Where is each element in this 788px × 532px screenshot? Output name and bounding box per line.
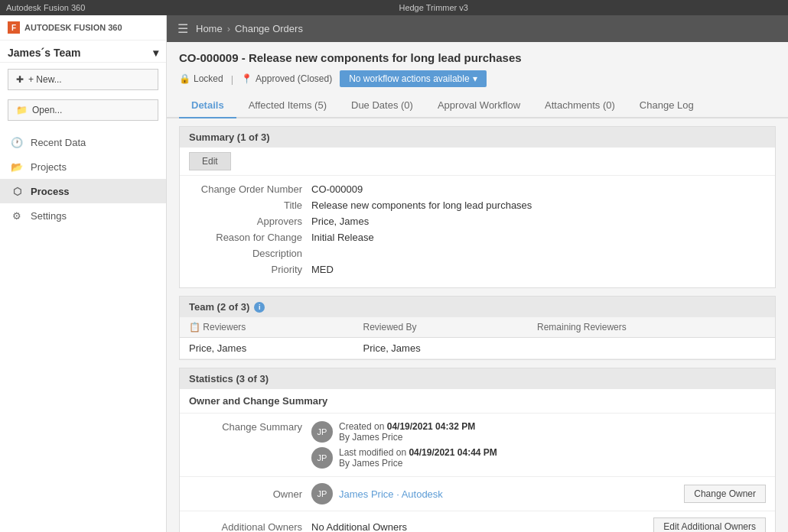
cell-remaining [528,338,775,359]
cs-modified-by-label: By [339,458,350,469]
summary-header: Summary (1 of 3) [180,127,775,148]
window-title: Hedge Trimmer v3 [85,3,782,12]
table-icon: 📋 [189,322,200,332]
pin-icon: 📍 [241,73,252,84]
field-row-reason: Reason for Change Initial Release [189,232,766,243]
nav-label-projects: Projects [31,161,67,173]
tab-details[interactable]: Details [179,93,236,118]
nav-label-recent: Recent Data [31,137,86,148]
team-name: James´s Team [8,47,80,59]
cs-entry-modified: JP Last modified on 04/19/2021 04:44 PM … [311,447,497,469]
tab-attachments[interactable]: Attachments (0) [532,93,627,118]
additional-owners-row: Additional Owners No Additional Owners E… [180,511,775,532]
tab-approval-workflow[interactable]: Approval Workflow [425,93,532,118]
field-value-co-number: CO-000009 [311,183,363,195]
table-row: Price, James Price, James [180,338,775,359]
additional-owners-info: No Additional Owners [311,521,653,533]
field-row-co-number: Change Order Number CO-000009 [189,183,766,195]
owner-avatar: JP [311,483,333,504]
nav-label-process: Process [31,186,70,197]
cs-created-date: 04/19/2021 04:32 PM [387,421,475,432]
workflow-button[interactable]: No workflow actions available ▾ [340,70,486,87]
team-title: Team (2 of 3) [189,301,249,313]
home-link[interactable]: Home [196,23,223,34]
change-owner-button[interactable]: Change Owner [684,485,766,503]
field-row-approvers: Approvers Price, James [189,216,766,227]
owner-row: Owner JP James Price · Autodesk Change O… [180,477,775,511]
field-label-description: Description [189,248,311,259]
team-selector[interactable]: James´s Team ▾ [0,41,166,63]
sidebar-logo: F AUTODESK FUSION 360 [8,21,122,34]
field-label-title: Title [189,200,311,211]
top-nav: ☰ Home › Change Orders [167,15,788,42]
field-value-priority: MED [311,264,334,275]
sidebar-item-process[interactable]: ⬡ Process [0,179,166,203]
new-button[interactable]: ✚ + New... [8,69,158,90]
change-summary-area: Change Summary JP Created on 04/19/2021 … [180,414,775,477]
sidebar-item-projects[interactable]: 📂 Projects [0,154,166,179]
sidebar-nav: 🕐 Recent Data 📂 Projects ⬡ Process ⚙ Set… [0,124,166,532]
cs-modified-prefix: Last modified on [339,447,406,458]
change-summary-label: Change Summary [189,421,311,469]
breadcrumb-sep: › [227,23,230,34]
cell-reviewer: Price, James [180,338,354,359]
status-label: Approved (Closed) [256,73,332,84]
col-reviewed-by: Reviewed By [354,317,529,338]
info-icon: i [254,302,265,313]
lock-label: Locked [194,73,223,84]
edit-additional-owners-label: Edit Additional Owners [663,521,756,532]
edit-button[interactable]: Edit [189,152,231,170]
process-icon: ⬡ [11,185,23,197]
cs-created-prefix: Created on [339,421,384,432]
logo-text: AUTODESK FUSION 360 [24,23,122,32]
summary-title: Summary (1 of 3) [189,131,269,143]
cs-text-modified: Last modified on 04/19/2021 04:44 PM By … [339,447,497,469]
sidebar-item-recent-data[interactable]: 🕐 Recent Data [0,130,166,154]
cs-modified-date: 04/19/2021 04:44 PM [409,447,497,458]
divider: | [231,73,233,85]
open-button[interactable]: 📁 Open... [8,99,158,121]
page-meta: 🔒 Locked | 📍 Approved (Closed) No workfl… [179,70,776,87]
chevron-down-icon: ▾ [153,47,158,59]
logo-box: F [8,21,20,34]
plus-icon: ✚ [16,74,24,85]
team-card: Team (2 of 3) i 📋 Reviewers Reviewed By [179,296,776,360]
edit-additional-owners-button[interactable]: Edit Additional Owners [653,517,766,532]
cell-reviewed-by: Price, James [354,338,529,359]
edit-btn-area: Edit [180,148,775,176]
chevron-icon: ▾ [473,73,477,84]
tab-change-log[interactable]: Change Log [627,93,706,118]
statistics-title: Statistics (3 of 3) [189,373,269,384]
lock-badge: 🔒 Locked [179,73,223,84]
tab-due-dates[interactable]: Due Dates (0) [339,93,425,118]
cs-created-by-label: By [339,432,350,443]
field-row-description: Description [189,248,766,259]
change-orders-link[interactable]: Change Orders [235,23,303,34]
clock-icon: 🕐 [11,136,23,148]
sidebar-header: F AUTODESK FUSION 360 [0,15,166,41]
owner-summary-title: Owner and Change Summary [189,395,327,407]
breadcrumb: Home › Change Orders [196,23,303,34]
cs-entries: JP Created on 04/19/2021 04:32 PM By Jam… [311,421,497,469]
sidebar-item-settings[interactable]: ⚙ Settings [0,203,166,228]
gear-icon: ⚙ [11,209,23,222]
cs-text-created: Created on 04/19/2021 04:32 PM By James … [339,421,475,443]
field-label-reason: Reason for Change [189,232,311,243]
field-value-reason: Initial Release [311,232,374,243]
additional-owners-label: Additional Owners [189,521,311,533]
hamburger-icon[interactable]: ☰ [177,21,188,36]
field-label-approvers: Approvers [189,216,311,227]
additional-owners-value: No Additional Owners [311,521,407,533]
table-header-row: 📋 Reviewers Reviewed By Remaining Review… [180,317,775,338]
team-table: 📋 Reviewers Reviewed By Remaining Review… [180,317,775,359]
app-title: Autodesk Fusion 360 [6,3,85,12]
tab-affected-items[interactable]: Affected Items (5) [236,93,339,118]
avatar-modified: JP [311,447,333,469]
sidebar: F AUTODESK FUSION 360 James´s Team ▾ ✚ +… [0,15,167,532]
summary-fields: Change Order Number CO-000009 Title Rele… [180,176,775,287]
lock-icon: 🔒 [179,73,190,84]
status-badge: 📍 Approved (Closed) [241,73,332,84]
field-row-title: Title Release new components for long le… [189,200,766,211]
summary-card: Summary (1 of 3) Edit Change Order Numbe… [179,126,776,288]
cs-created-by-name: James Price [352,432,402,443]
